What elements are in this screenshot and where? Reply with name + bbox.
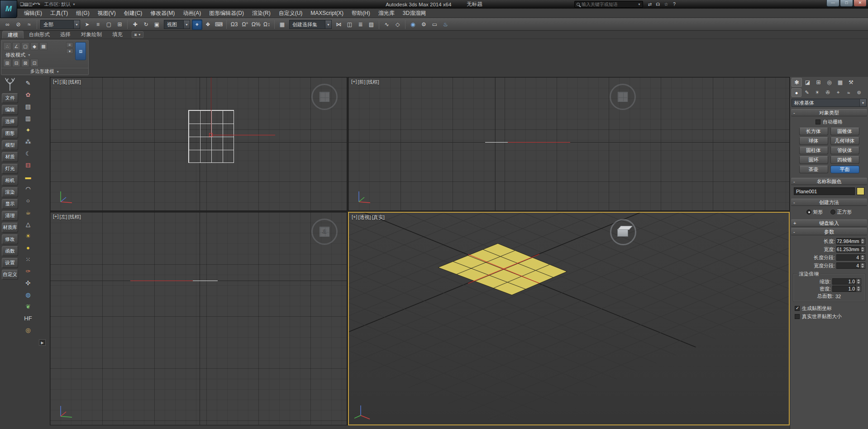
- plane-tool-icon[interactable]: ▬: [23, 172, 33, 182]
- viewport-top[interactable]: [+] [顶] [线框]: [50, 77, 347, 211]
- viewport-menu-plus[interactable]: [+]: [351, 79, 357, 86]
- use-pivot-center-button[interactable]: ⌖: [192, 19, 202, 30]
- space-warps-category[interactable]: ≈: [844, 88, 854, 97]
- rollout-keyboard-entry[interactable]: + 键盘输入: [791, 219, 867, 227]
- menu-item[interactable]: 视图(V): [94, 9, 120, 18]
- border-mode-icon[interactable]: ▢: [21, 42, 29, 50]
- unlink-selection-button[interactable]: ⊘: [13, 19, 24, 30]
- polygon-mode-icon[interactable]: ◆: [30, 42, 38, 50]
- constraints-tool-icon[interactable]: ⊟: [12, 59, 20, 67]
- schematic-view-button[interactable]: ◇: [392, 19, 403, 30]
- sidebar-button[interactable]: 灯光: [2, 164, 18, 174]
- communication-center-icon[interactable]: ☊: [654, 1, 662, 8]
- layers-list-icon[interactable]: ▥: [23, 113, 33, 124]
- render-production-button[interactable]: ♨: [440, 19, 451, 30]
- object-type-button[interactable]: 圆锥体: [830, 128, 859, 135]
- dice-icon[interactable]: ⚅: [23, 160, 33, 171]
- creation-method-radio[interactable]: 正方形: [830, 209, 852, 215]
- sidebar-button[interactable]: 编辑: [2, 105, 18, 115]
- select-and-link-button[interactable]: ∞: [2, 19, 13, 30]
- sidebar-button[interactable]: 模型: [2, 140, 18, 150]
- viewport-menu-view[interactable]: [前]: [358, 79, 366, 86]
- rollout-creation-method[interactable]: - 创建方法: [791, 199, 867, 206]
- hierarchy-tab[interactable]: ⊞: [813, 78, 824, 87]
- ribbon-tab[interactable]: 自由形式: [24, 31, 55, 38]
- spinner-arrows[interactable]: [856, 279, 861, 284]
- checkbox-icon[interactable]: [816, 119, 820, 124]
- spray-icon[interactable]: ⁂: [23, 137, 33, 147]
- spinner-field[interactable]: 61.253mm: [836, 246, 865, 253]
- angle-snap-button[interactable]: Ω°: [240, 19, 250, 30]
- edge-mode-icon[interactable]: ∠: [12, 42, 20, 50]
- gizmo-x-axis[interactable]: [130, 281, 193, 281]
- rollout-parameters[interactable]: - 参数: [791, 228, 867, 235]
- viewport-perspective[interactable]: [+] [透视] [真实]: [348, 212, 790, 425]
- sidebar-button[interactable]: 材质库: [2, 223, 18, 233]
- strip-expand-button[interactable]: ▶: [39, 339, 46, 346]
- workspace-dropdown[interactable]: 工作区: 默认 ▼: [42, 1, 78, 8]
- viewcube[interactable]: [610, 84, 636, 110]
- sidebar-button[interactable]: 图形: [2, 129, 18, 138]
- sidebar-button[interactable]: 函数: [2, 246, 18, 256]
- teapot-icon[interactable]: ☕: [23, 207, 33, 218]
- sidebar-button[interactable]: 文件: [2, 93, 18, 103]
- utilities-tab[interactable]: ⚒: [846, 78, 856, 87]
- element-mode-icon[interactable]: ▩: [39, 42, 48, 50]
- sidebar-button[interactable]: 修改: [2, 234, 18, 244]
- object-type-button[interactable]: 圆环: [799, 156, 828, 164]
- figure-icon[interactable]: ✣: [23, 278, 33, 288]
- gizmo-x-axis[interactable]: [211, 135, 275, 135]
- spinner-field[interactable]: 1.0: [832, 286, 861, 292]
- modify-mode-button[interactable]: 修改模式 ▼: [3, 52, 86, 58]
- menu-item[interactable]: 组(G): [72, 9, 93, 18]
- helpers-category[interactable]: ⌖: [833, 88, 843, 97]
- object-type-button[interactable]: 平面: [830, 166, 859, 173]
- rollout-object-type[interactable]: - 对象类型: [791, 109, 867, 116]
- close-button[interactable]: ✕: [854, 0, 867, 7]
- ribbon-minimize-button[interactable]: ▣ ▼: [132, 31, 143, 38]
- named-selection-sets-dropdown[interactable]: 创建选择集▼: [289, 20, 332, 29]
- mapping-checkbox[interactable]: 真实世界贴图大小: [795, 313, 863, 319]
- rendered-frame-window-button[interactable]: ▭: [429, 19, 440, 30]
- curve-editor-button[interactable]: ∿: [382, 19, 392, 30]
- systems-category[interactable]: ⊚: [854, 88, 864, 97]
- heightfield-icon[interactable]: HF: [23, 313, 33, 324]
- viewport-menu-shading[interactable]: [线框]: [68, 79, 81, 86]
- primitive-category-dropdown[interactable]: 标准基体 ▼: [792, 99, 867, 107]
- edit-poly-mode-icon[interactable]: ⧈: [75, 42, 86, 60]
- save-file-icon[interactable]: ◫: [28, 2, 32, 7]
- viewcube[interactable]: [311, 84, 338, 110]
- edit-named-selection-sets-button[interactable]: ▦: [277, 19, 287, 30]
- percent-snap-button[interactable]: Ω%: [251, 19, 261, 30]
- menu-item[interactable]: 编辑(E): [20, 9, 46, 18]
- minimize-button[interactable]: —: [826, 0, 839, 7]
- object-type-button[interactable]: 四棱锥: [830, 156, 859, 164]
- spinner-arrows[interactable]: [860, 263, 865, 268]
- exchange-apps-icon[interactable]: ⇄: [646, 1, 653, 8]
- motion-tab[interactable]: ◎: [824, 78, 835, 87]
- lamp-icon[interactable]: ✦: [23, 125, 33, 135]
- menu-item[interactable]: 图形编辑器(D): [205, 9, 248, 18]
- mapping-checkbox[interactable]: 生成贴图坐标: [795, 305, 863, 311]
- sphere-icon[interactable]: ○: [23, 195, 33, 206]
- search-input[interactable]: [582, 2, 636, 7]
- spinner-field[interactable]: 72.984mm: [836, 238, 865, 244]
- plant-icon[interactable]: ❦: [23, 301, 33, 312]
- brush-icon[interactable]: ✑: [23, 266, 33, 276]
- snap-toggle-3d-button[interactable]: Ω3: [229, 19, 239, 30]
- vertex-mode-icon[interactable]: ∴: [3, 42, 11, 50]
- mirror-button[interactable]: ⋈: [334, 19, 344, 30]
- globe-icon[interactable]: ◍: [23, 290, 33, 300]
- spinner-arrows[interactable]: [860, 238, 865, 244]
- palette-icon[interactable]: ✿: [23, 90, 33, 100]
- menu-item[interactable]: 溜光库: [374, 9, 399, 18]
- viewcube-face[interactable]: 左: [320, 227, 329, 237]
- ribbon-tab[interactable]: 对象绘制: [76, 31, 107, 38]
- viewcube[interactable]: [610, 219, 636, 245]
- viewcube-face[interactable]: [320, 92, 329, 102]
- autogrid-checkbox[interactable]: 自动栅格: [790, 118, 868, 125]
- sidebar-button[interactable]: 相机: [2, 176, 18, 186]
- menu-item[interactable]: 工具(T): [46, 9, 72, 18]
- menu-item[interactable]: 自定义(U): [275, 9, 307, 18]
- menu-item[interactable]: 动画(A): [179, 9, 205, 18]
